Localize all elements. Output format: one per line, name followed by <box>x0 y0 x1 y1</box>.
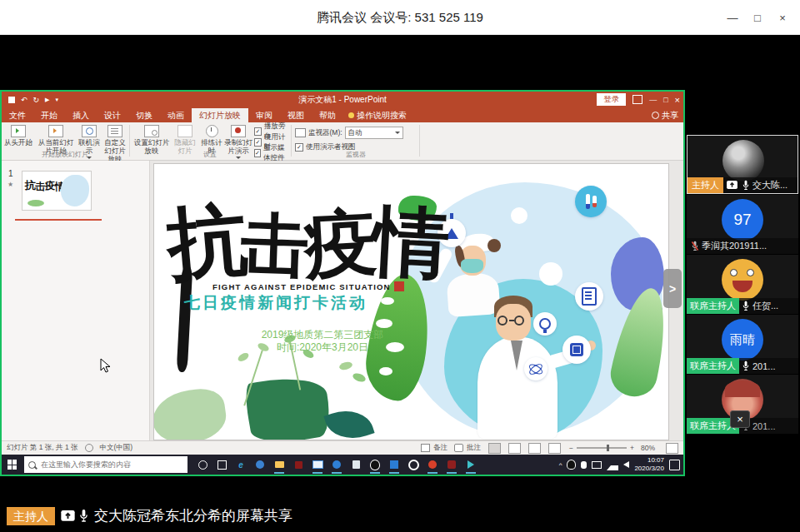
volume-icon[interactable] <box>623 461 629 468</box>
glasses-left-icon <box>498 316 508 326</box>
nurse-hair-bun <box>488 239 501 252</box>
participant-name: 季润其201911... <box>702 240 767 252</box>
clock-time: 10:07 <box>634 456 664 465</box>
tab-insert[interactable]: 插入 <box>65 108 97 122</box>
zoom-in-button[interactable]: + <box>630 444 634 452</box>
avatar <box>722 140 764 181</box>
maximize-button[interactable]: □ <box>745 12 770 24</box>
notes-button[interactable]: 备注 <box>433 443 448 453</box>
tab-transitions[interactable]: 切换 <box>128 108 160 122</box>
start-button[interactable] <box>8 460 18 470</box>
search-input[interactable] <box>39 460 168 470</box>
share-banner: 主持人 交大陈冠希东北分希的屏幕共享 <box>0 500 800 532</box>
comments-button[interactable]: 批注 <box>467 443 481 453</box>
tray-qq-icon[interactable] <box>567 460 576 470</box>
white-dot <box>539 262 562 286</box>
close-overlay-button[interactable]: × <box>730 410 750 428</box>
fit-to-window-button[interactable] <box>666 443 678 454</box>
tab-home[interactable]: 开始 <box>33 108 65 122</box>
tab-file[interactable]: 文件 <box>2 108 33 122</box>
browser-icon[interactable] <box>253 458 267 471</box>
tray-expand-icon[interactable]: ^ <box>559 461 562 469</box>
language-status[interactable]: 中文(中国) <box>100 443 133 453</box>
action-center-icon[interactable] <box>669 460 680 470</box>
screen-share-icon <box>61 510 75 522</box>
checkbox-icon: ✓ <box>254 138 262 147</box>
reading-view-button[interactable] <box>528 443 541 454</box>
collapse-sidebar-button[interactable]: > <box>663 269 682 308</box>
tray-mic-icon[interactable] <box>581 461 587 469</box>
file-explorer-icon[interactable] <box>272 458 286 471</box>
video-app-icon[interactable] <box>445 458 458 471</box>
taskbar-search[interactable] <box>24 456 188 473</box>
zoom-level[interactable]: 80% <box>641 444 655 452</box>
qq-browser-icon[interactable] <box>330 458 343 471</box>
signin-button[interactable]: 登录 <box>597 93 626 106</box>
music-icon[interactable] <box>426 458 439 471</box>
mouse-cursor <box>100 358 111 374</box>
minimize-button[interactable]: — <box>720 12 745 24</box>
chevron-right-icon: > <box>669 282 676 296</box>
sprig-leaf <box>352 372 367 384</box>
photos-icon[interactable] <box>388 458 401 471</box>
slide-canvas[interactable]: 抗击疫情 FIGHT AGAINST EPIDEMIC SITUATION 七日… <box>154 164 668 440</box>
zoom-out-button[interactable]: − <box>569 444 573 452</box>
settings-icon[interactable] <box>407 458 420 471</box>
tell-me-label: 操作说明搜索 <box>357 110 407 122</box>
bulb-icon <box>533 312 557 336</box>
ppt-titlebar: ↶ ↻ ▶ ▾ 演示文稿1 - PowerPoint 登录 — □ × <box>2 92 683 108</box>
share-button[interactable]: 共享 <box>652 110 678 122</box>
monitor-dropdown[interactable]: 自动 <box>345 127 403 139</box>
participant-tile[interactable]: 97 季润其201911... <box>687 195 798 254</box>
notes-app-icon[interactable] <box>349 458 362 471</box>
qq-icon[interactable] <box>368 458 382 471</box>
zoom-slider[interactable] <box>577 447 627 449</box>
participant-label: 联席主持人 201... <box>687 358 798 374</box>
tab-design[interactable]: 设计 <box>97 108 128 122</box>
mic-icon <box>742 180 750 191</box>
tray-keyboard-icon[interactable] <box>592 461 602 469</box>
ppt-minimize-button[interactable]: — <box>649 96 657 104</box>
ppt-window-title: 演示文稿1 - PowerPoint <box>2 94 683 106</box>
participant-tile[interactable]: 雨晴 联席主持人 201... <box>687 315 798 374</box>
cortana-icon[interactable] <box>196 458 209 471</box>
edge-icon[interactable]: e <box>234 458 248 471</box>
host-badge: 主持人 <box>7 507 55 525</box>
taskbar-clock[interactable]: 10:07 2020/3/20 <box>634 456 664 472</box>
taskbar-icons: e <box>196 458 478 471</box>
tab-slideshow[interactable]: 幻灯片放映 <box>192 108 248 122</box>
glasses-bridge <box>509 320 514 321</box>
normal-view-button[interactable] <box>488 443 501 454</box>
ppt-maximize-button[interactable]: □ <box>663 96 668 104</box>
slide-count: 幻灯片 第 1 张, 共 1 张 <box>7 443 78 453</box>
ribbon-display-options-icon[interactable] <box>632 95 642 104</box>
tell-me-box[interactable]: 操作说明搜索 <box>343 110 412 122</box>
from-beginning-button[interactable]: 从头开始 <box>3 125 33 147</box>
mic-icon <box>78 509 89 523</box>
slide-thumbnail[interactable]: 抗 击 疫 情 <box>22 171 92 211</box>
participant-tile[interactable]: 主持人 交大陈... <box>687 135 798 194</box>
checkbox-icon: ✓ <box>254 127 262 136</box>
org-block: 2019级地质第二第三团支部 时间:2020年3月20日 <box>246 329 399 354</box>
window-controls: — □ × <box>720 0 795 35</box>
setup-slideshow-icon <box>144 125 159 137</box>
task-view-icon[interactable] <box>215 458 228 471</box>
store-icon[interactable] <box>292 458 305 471</box>
tab-view[interactable]: 视图 <box>280 108 312 122</box>
slide-thumbnail-panel[interactable]: 1 ★ 抗 击 疫 情 <box>2 161 150 440</box>
player-icon[interactable] <box>464 458 478 471</box>
mail-icon[interactable] <box>311 458 324 471</box>
nurse-body <box>446 272 500 317</box>
monitor-row: 监视器(M): 自动 <box>295 127 403 139</box>
close-button[interactable]: × <box>770 12 795 24</box>
accessibility-icon[interactable] <box>85 444 93 452</box>
tab-help[interactable]: 帮助 <box>312 108 343 122</box>
slideshow-view-button[interactable] <box>548 443 561 454</box>
participant-tile[interactable]: 联席主持人 任贺... <box>687 255 798 314</box>
cohost-badge: 联席主持人 <box>687 358 739 374</box>
ppt-close-button[interactable]: × <box>675 95 680 105</box>
tab-review[interactable]: 审阅 <box>248 108 280 122</box>
slide-sorter-view-button[interactable] <box>508 443 521 454</box>
tab-animations[interactable]: 动画 <box>160 108 192 122</box>
wifi-icon[interactable] <box>607 460 618 470</box>
